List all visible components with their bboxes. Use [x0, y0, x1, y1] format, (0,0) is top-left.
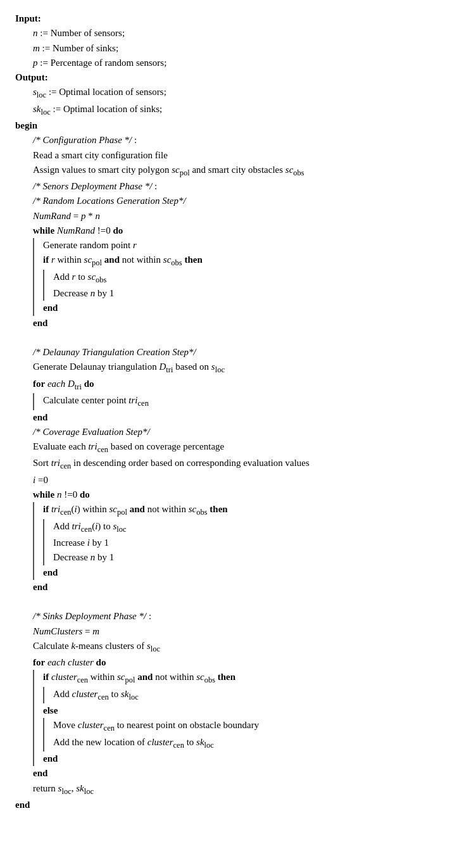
i-assign: i =0 [33, 473, 435, 487]
numrand-assign: NumRand = p * n [33, 209, 435, 223]
delaunay-comment: /* Delaunay Triangulation Creation Step*… [33, 345, 435, 360]
decrease-n-by-1-second: Decrease n by 1 [53, 550, 435, 565]
random-locations-comment: /* Random Locations Generation Step*/ [33, 194, 435, 208]
increase-i-by-1: Increase i by 1 [53, 536, 435, 550]
if-clustercen-then-body: Add clustercen to skloc [43, 687, 435, 703]
end-while-numrand: end [33, 316, 435, 330]
calculate-kmeans: Calculate k-means clusters of sloc [33, 639, 435, 655]
spacer1 [33, 330, 435, 345]
input-p: p := Percentage of random sensors; [15, 56, 435, 70]
sensors-phase-comment: /* Senors Deployment Phase */ : [33, 179, 435, 194]
for-dtri-body: Calculate center point tricen [33, 393, 435, 410]
spacer2 [33, 594, 435, 609]
decrease-n-by-1-first: Decrease n by 1 [53, 286, 435, 301]
for-cluster: for each cluster do [33, 655, 435, 670]
while-n-body: if tricen(i) within scpol and not within… [33, 502, 435, 580]
main-body: /* Configuration Phase */ : Read a smart… [15, 133, 435, 798]
if-r-body: Add r to scobs Decrease n by 1 [43, 270, 435, 301]
sinks-phase-comment: /* Sinks Deployment Phase */ : [33, 609, 435, 624]
input-m: m := Number of sinks; [15, 41, 435, 56]
end-for-dtri: end [33, 410, 435, 425]
for-dtri: for each Dtri do [33, 377, 435, 393]
output-skloc: skloc := Optimal location of sinks; [15, 102, 435, 118]
return-statement: return sloc, skloc [33, 781, 435, 798]
generate-delaunay: Generate Delaunay triangulation Dtri bas… [33, 360, 435, 376]
calculate-center: Calculate center point tricen [43, 393, 435, 410]
while-n: while n !=0 do [33, 487, 435, 502]
else-body: Move clustercen to nearest point on obst… [43, 718, 435, 752]
move-clustercen: Move clustercen to nearest point on obst… [53, 718, 435, 734]
assign-values: Assign values to smart city polygon scpo… [33, 163, 435, 179]
end-for-cluster: end [33, 766, 435, 781]
config-phase-comment: /* Configuration Phase */ : [33, 133, 435, 148]
output-sloc: sloc := Optimal location of sensors; [15, 85, 435, 101]
add-clustercen-skloc: Add clustercen to skloc [53, 687, 435, 703]
input-label: Input: [15, 11, 435, 26]
generate-random-point: Generate random point r [43, 238, 435, 253]
while-numrand: while NumRand !=0 do [33, 223, 435, 238]
end-while-n: end [33, 580, 435, 594]
if-clustercen: if clustercen within scpol and not withi… [43, 670, 435, 686]
read-config: Read a smart city configuration file [33, 148, 435, 163]
if-tricen-body: Add tricen(i) to sloc Increase i by 1 De… [43, 519, 435, 565]
if-tricen: if tricen(i) within scpol and not within… [43, 502, 435, 519]
output-label: Output: [15, 70, 435, 85]
input-n: n := Number of sensors; [15, 26, 435, 41]
end-if-tricen: end [43, 565, 435, 580]
add-r-to-scobs: Add r to scobs [53, 270, 435, 286]
coverage-comment: /* Coverage Evaluation Step*/ [33, 425, 435, 439]
sort-tricen: Sort tricen in descending order based on… [33, 456, 435, 472]
for-cluster-body: if clustercen within scpol and not withi… [33, 670, 435, 766]
add-new-location: Add the new location of clustercen to sk… [53, 735, 435, 752]
else-keyword: else [43, 703, 435, 718]
end-if-cluster: end [43, 752, 435, 766]
evaluate-tricen: Evaluate each tricen based on coverage p… [33, 439, 435, 456]
while-numrand-body: Generate random point r if r within scpo… [33, 238, 435, 316]
end-begin: end [15, 798, 435, 812]
add-tricen-sloc: Add tricen(i) to sloc [53, 519, 435, 536]
if-r-within: if r within scpol and not within scobs t… [43, 253, 435, 269]
algorithm-container: Input: n := Number of sensors; m := Numb… [15, 11, 435, 812]
begin-keyword: begin [15, 118, 435, 133]
numclusters-assign: NumClusters = m [33, 624, 435, 639]
end-if-r: end [43, 301, 435, 315]
